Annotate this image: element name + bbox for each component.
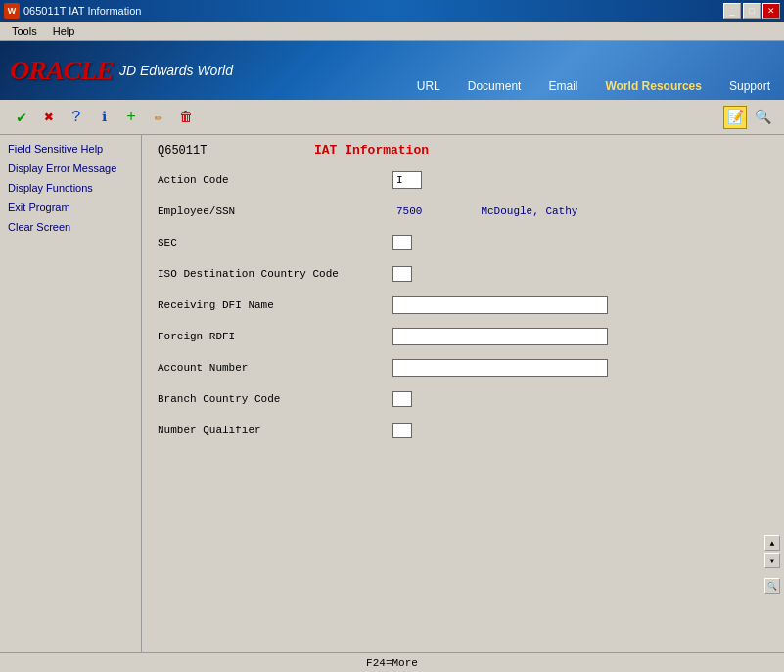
sec-row: SEC <box>158 232 768 253</box>
question-icon: ? <box>71 109 81 126</box>
scroll-down-button[interactable]: ▼ <box>764 553 780 568</box>
iso-checkbox[interactable] <box>392 266 412 282</box>
number-qualifier-checkbox[interactable] <box>392 423 412 438</box>
account-number-input[interactable] <box>392 359 608 377</box>
status-text: F24=More <box>366 657 418 669</box>
title-bar: W 065011T IAT Information _ □ ✕ <box>0 0 784 22</box>
employee-name-value: McDougle, Cathy <box>481 205 577 217</box>
status-bar: F24=More <box>0 652 784 672</box>
window-title: 065011T IAT Information <box>23 5 141 17</box>
notes-icon: 📝 <box>727 109 744 125</box>
cancel-button[interactable]: ✖ <box>37 106 61 129</box>
oracle-header: ORACLE JD Edwards World URL Document Ema… <box>0 41 784 100</box>
branch-country-row: Branch Country Code <box>158 388 768 410</box>
main-layout: Field Sensitive Help Display Error Messa… <box>0 135 784 652</box>
number-qualifier-row: Number Qualifier <box>158 420 768 441</box>
foreign-rdfi-label: Foreign RDFI <box>158 331 392 342</box>
receiving-dfi-input[interactable] <box>392 296 608 314</box>
delete-button[interactable]: 🗑 <box>174 106 198 129</box>
window-controls[interactable]: _ □ ✕ <box>723 3 780 19</box>
form-title-row: Q65011T IAT Information <box>158 143 768 157</box>
minimize-button[interactable]: _ <box>723 3 741 19</box>
foreign-rdfi-row: Foreign RDFI <box>158 326 768 347</box>
add-button[interactable]: + <box>119 106 143 129</box>
iso-label: ISO Destination Country Code <box>158 268 392 280</box>
notes-button[interactable]: 📝 <box>723 106 747 129</box>
maximize-button[interactable]: □ <box>743 3 761 19</box>
sidebar: Field Sensitive Help Display Error Messa… <box>0 135 142 652</box>
zoom-in-button[interactable]: 🔍 <box>764 578 780 594</box>
nav-document[interactable]: Document <box>454 72 535 100</box>
scroll-controls: ▲ ▼ 🔍 <box>764 535 780 594</box>
nav-url[interactable]: URL <box>403 72 454 100</box>
action-code-input[interactable] <box>392 171 422 189</box>
header-nav: URL Document Email World Resources Suppo… <box>403 72 784 100</box>
employee-ssn-row: Employee/SSN 7500 McDougle, Cathy <box>158 201 768 222</box>
program-id: Q65011T <box>158 144 236 157</box>
nav-support[interactable]: Support <box>715 72 784 100</box>
employee-ssn-value: 7500 <box>396 205 422 217</box>
account-number-row: Account Number <box>158 357 768 379</box>
action-code-label: Action Code <box>158 174 392 186</box>
search-button[interactable]: 🔍 <box>751 106 774 129</box>
help-button[interactable]: ? <box>65 106 88 129</box>
form-area: Q65011T IAT Information Action Code Empl… <box>142 135 784 652</box>
menu-bar: Tools Help <box>0 22 784 41</box>
branch-country-checkbox[interactable] <box>392 391 412 407</box>
info-icon: ℹ <box>102 109 107 125</box>
toolbar: ✔ ✖ ? ℹ + ✏ 🗑 📝 🔍 <box>0 100 784 135</box>
menu-tools[interactable]: Tools <box>4 23 45 39</box>
jde-text: JD Edwards World <box>119 63 233 78</box>
pencil-icon: ✏ <box>155 109 162 125</box>
edit-button[interactable]: ✏ <box>147 106 170 129</box>
receiving-dfi-label: Receiving DFI Name <box>158 299 392 311</box>
cancel-icon: ✖ <box>44 108 54 127</box>
close-button[interactable]: ✕ <box>762 3 780 19</box>
search-icon: 🔍 <box>755 109 771 125</box>
nav-email[interactable]: Email <box>534 72 591 100</box>
receiving-dfi-row: Receiving DFI Name <box>158 294 768 316</box>
foreign-rdfi-input[interactable] <box>392 328 608 345</box>
account-number-label: Account Number <box>158 362 392 374</box>
sidebar-item-display-functions[interactable]: Display Functions <box>0 178 141 198</box>
sidebar-item-clear-screen[interactable]: Clear Screen <box>0 217 141 237</box>
plus-icon: + <box>126 109 136 126</box>
employee-ssn-label: Employee/SSN <box>158 205 392 217</box>
sec-label: SEC <box>158 237 392 248</box>
sidebar-item-field-sensitive-help[interactable]: Field Sensitive Help <box>0 139 141 158</box>
action-code-row: Action Code <box>158 169 768 191</box>
form-title: IAT Information <box>314 143 429 157</box>
app-icon: W <box>4 3 20 19</box>
ok-icon: ✔ <box>17 108 26 127</box>
iso-row: ISO Destination Country Code <box>158 263 768 285</box>
nav-world-resources[interactable]: World Resources <box>591 72 715 100</box>
info-button[interactable]: ℹ <box>92 106 115 129</box>
sec-checkbox[interactable] <box>392 235 412 250</box>
scroll-up-button[interactable]: ▲ <box>764 535 780 551</box>
oracle-logo: ORACLE <box>10 55 114 86</box>
menu-help[interactable]: Help <box>45 23 83 39</box>
trash-icon: 🗑 <box>179 110 193 125</box>
sidebar-item-display-error-message[interactable]: Display Error Message <box>0 158 141 178</box>
sidebar-item-exit-program[interactable]: Exit Program <box>0 198 141 217</box>
toolbar-right: 📝 🔍 <box>723 106 774 129</box>
number-qualifier-label: Number Qualifier <box>158 425 392 436</box>
branch-country-label: Branch Country Code <box>158 393 392 405</box>
ok-button[interactable]: ✔ <box>10 106 33 129</box>
